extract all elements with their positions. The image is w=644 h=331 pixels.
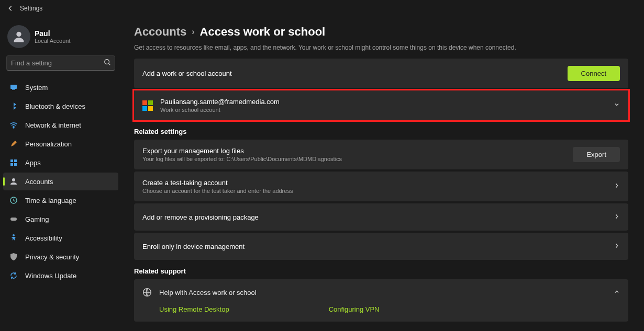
avatar (7, 25, 30, 48)
related-support-heading: Related support (134, 267, 628, 275)
chevron-up-icon (614, 289, 620, 296)
provisioning-title: Add or remove a provisioning package (142, 213, 259, 221)
sidebar-item-label: Privacy & security (25, 253, 79, 261)
sidebar-item-time[interactable]: Time & language (3, 191, 118, 209)
sidebar-item-label: Accounts (25, 178, 53, 186)
clock-icon (9, 196, 18, 204)
search-input[interactable] (6, 55, 115, 71)
search-wrap (6, 55, 115, 71)
page-description: Get access to resources like email, apps… (134, 44, 628, 51)
related-settings-heading: Related settings (134, 128, 628, 135)
chevron-right-icon: › (192, 27, 194, 37)
sidebar-item-privacy[interactable]: Privacy & security (3, 248, 118, 266)
provisioning-card[interactable]: Add or remove a provisioning package (134, 203, 628, 231)
sidebar-item-label: Gaming (25, 215, 49, 223)
sidebar-item-label: Network & internet (25, 121, 81, 129)
support-heading: Help with Access work or school (159, 289, 257, 296)
export-logs-card: Export your management log files Your lo… (134, 140, 628, 169)
shield-icon (9, 253, 18, 261)
test-account-title: Create a test-taking account (142, 179, 293, 187)
sidebar-item-apps[interactable]: Apps (3, 154, 118, 172)
gaming-icon (9, 215, 18, 223)
support-link-remote-desktop[interactable]: Using Remote Desktop (159, 305, 229, 313)
sidebar-item-label: Time & language (25, 197, 76, 204)
chevron-right-icon (614, 182, 620, 190)
account-email: Pauliansang.samte@framedmedia.com (160, 98, 280, 106)
enroll-card[interactable]: Enroll only in device management (134, 233, 628, 260)
svg-rect-7 (10, 163, 13, 166)
sidebar-item-bluetooth[interactable]: Bluetooth & devices (3, 97, 118, 115)
user-icon (9, 177, 18, 186)
accessibility-icon (9, 234, 18, 242)
sidebar-item-label: Windows Update (25, 272, 76, 280)
brush-icon (9, 140, 18, 148)
chevron-down-icon (614, 101, 620, 109)
search-icon (104, 59, 111, 66)
support-links: Using Remote Desktop Configuring VPN (134, 305, 628, 322)
svg-rect-2 (10, 85, 17, 89)
wifi-icon (9, 121, 18, 129)
sidebar-item-label: Accessibility (25, 234, 62, 242)
sidebar-item-accounts[interactable]: Accounts (3, 173, 118, 190)
svg-rect-3 (12, 89, 15, 90)
export-logs-title: Export your management log files (142, 147, 342, 155)
user-block[interactable]: Paul Local Account (0, 23, 121, 55)
enroll-title: Enroll only in device management (142, 243, 245, 250)
nav: System Bluetooth & devices Network & int… (0, 78, 121, 285)
chevron-right-icon (614, 243, 620, 250)
update-icon (9, 271, 18, 280)
svg-point-9 (12, 178, 15, 181)
sidebar-item-label: System (25, 84, 48, 92)
svg-rect-11 (10, 218, 17, 221)
sidebar-item-label: Bluetooth & devices (25, 102, 85, 110)
add-account-title: Add a work or school account (142, 70, 232, 77)
svg-point-4 (13, 127, 14, 128)
back-button[interactable] (6, 4, 15, 13)
account-type: Work or school account (160, 107, 280, 113)
export-logs-sub: Your log files will be exported to: C:\U… (142, 156, 342, 162)
add-account-card: Add a work or school account Connect (134, 59, 628, 88)
user-account-type: Local Account (35, 38, 71, 44)
globe-icon (142, 288, 152, 297)
support-card-header[interactable]: Help with Access work or school (134, 279, 628, 305)
svg-rect-8 (14, 163, 17, 166)
sidebar: Paul Local Account System Bluetooth & de… (0, 0, 121, 331)
page-title: Access work or school (200, 25, 326, 39)
svg-point-0 (16, 32, 21, 37)
microsoft-logo-icon (142, 100, 153, 111)
test-account-sub: Choose an account for the test taker and… (142, 188, 293, 194)
svg-point-1 (105, 60, 109, 64)
sidebar-item-accessibility[interactable]: Accessibility (3, 229, 118, 247)
chevron-right-icon (614, 213, 620, 221)
bluetooth-icon (9, 102, 18, 110)
test-account-card[interactable]: Create a test-taking account Choose an a… (134, 172, 628, 201)
apps-icon (9, 158, 18, 167)
sidebar-item-update[interactable]: Windows Update (3, 267, 118, 284)
support-link-vpn[interactable]: Configuring VPN (329, 305, 380, 313)
work-account-card[interactable]: Pauliansang.samte@framedmedia.com Work o… (134, 90, 628, 120)
support-card: Help with Access work or school Using Re… (134, 279, 628, 322)
sidebar-item-gaming[interactable]: Gaming (3, 210, 118, 228)
export-button[interactable]: Export (573, 147, 620, 162)
breadcrumb: Accounts › Access work or school (134, 25, 628, 39)
sidebar-item-personalization[interactable]: Personalization (3, 135, 118, 153)
connect-button[interactable]: Connect (568, 66, 620, 81)
svg-point-12 (13, 234, 15, 236)
main-content: Accounts › Access work or school Get acc… (121, 0, 644, 331)
system-icon (9, 83, 18, 92)
sidebar-item-network[interactable]: Network & internet (3, 116, 118, 134)
breadcrumb-parent[interactable]: Accounts (134, 25, 186, 39)
sidebar-item-label: Personalization (25, 140, 72, 148)
svg-rect-6 (14, 159, 17, 162)
app-title: Settings (20, 5, 42, 12)
svg-rect-5 (10, 159, 13, 162)
sidebar-item-system[interactable]: System (3, 78, 118, 96)
sidebar-item-label: Apps (25, 159, 41, 167)
user-name: Paul (35, 29, 71, 38)
